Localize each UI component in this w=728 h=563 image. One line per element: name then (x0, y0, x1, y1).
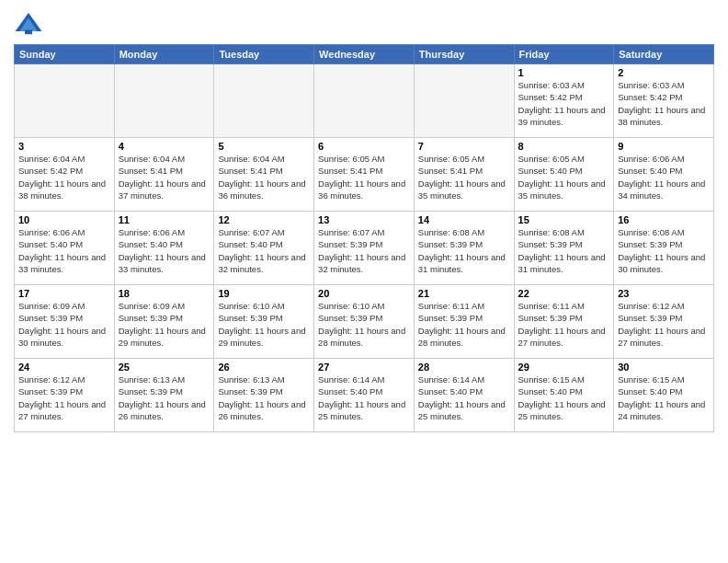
day-info: Sunrise: 6:13 AMSunset: 5:39 PMDaylight:… (218, 373, 310, 422)
day-cell: 6Sunrise: 6:05 AMSunset: 5:41 PMDaylight… (314, 138, 415, 212)
day-info: Sunrise: 6:05 AMSunset: 5:40 PMDaylight:… (518, 153, 610, 201)
day-info: Sunrise: 6:11 AMSunset: 5:39 PMDaylight:… (418, 300, 510, 349)
day-number: 30 (618, 362, 710, 373)
day-number: 29 (518, 362, 610, 373)
day-info: Sunrise: 6:08 AMSunset: 5:39 PMDaylight:… (518, 226, 610, 275)
day-info: Sunrise: 6:04 AMSunset: 5:41 PMDaylight:… (119, 153, 210, 201)
day-info: Sunrise: 6:03 AMSunset: 5:42 PMDaylight:… (518, 79, 610, 128)
day-info: Sunrise: 6:14 AMSunset: 5:40 PMDaylight:… (318, 373, 410, 422)
day-info: Sunrise: 6:11 AMSunset: 5:39 PMDaylight:… (518, 300, 610, 349)
day-number: 7 (418, 141, 510, 152)
day-number: 12 (218, 214, 310, 225)
day-info: Sunrise: 6:07 AMSunset: 5:40 PMDaylight:… (218, 226, 310, 275)
day-number: 3 (18, 141, 110, 152)
week-row-2: 10Sunrise: 6:06 AMSunset: 5:40 PMDayligh… (15, 212, 714, 285)
day-info: Sunrise: 6:12 AMSunset: 5:39 PMDaylight:… (18, 373, 110, 422)
day-cell: 22Sunrise: 6:11 AMSunset: 5:39 PMDayligh… (514, 285, 614, 359)
day-info: Sunrise: 6:09 AMSunset: 5:39 PMDaylight:… (119, 300, 210, 349)
day-cell: 15Sunrise: 6:08 AMSunset: 5:39 PMDayligh… (514, 212, 614, 285)
day-info: Sunrise: 6:05 AMSunset: 5:41 PMDaylight:… (318, 153, 410, 201)
day-cell (15, 64, 115, 138)
day-number: 21 (418, 288, 510, 299)
day-cell: 7Sunrise: 6:05 AMSunset: 5:41 PMDaylight… (414, 138, 514, 212)
week-row-4: 24Sunrise: 6:12 AMSunset: 5:39 PMDayligh… (15, 359, 714, 432)
day-number: 9 (618, 141, 710, 152)
day-header-sunday: Sunday (15, 45, 115, 64)
day-number: 20 (318, 288, 410, 299)
day-info: Sunrise: 6:06 AMSunset: 5:40 PMDaylight:… (18, 226, 110, 275)
day-info: Sunrise: 6:12 AMSunset: 5:39 PMDaylight:… (618, 300, 710, 349)
day-cell: 4Sunrise: 6:04 AMSunset: 5:41 PMDaylight… (114, 138, 214, 212)
day-cell: 26Sunrise: 6:13 AMSunset: 5:39 PMDayligh… (214, 359, 314, 432)
day-info: Sunrise: 6:08 AMSunset: 5:39 PMDaylight:… (618, 226, 710, 275)
day-number: 8 (518, 141, 610, 152)
day-cell: 14Sunrise: 6:08 AMSunset: 5:39 PMDayligh… (414, 212, 514, 285)
day-number: 1 (518, 67, 610, 78)
header (14, 9, 714, 39)
day-header-friday: Friday (514, 45, 614, 64)
day-cell (114, 64, 214, 138)
day-header-tuesday: Tuesday (214, 45, 314, 64)
day-cell: 20Sunrise: 6:10 AMSunset: 5:39 PMDayligh… (314, 285, 415, 359)
calendar: SundayMondayTuesdayWednesdayThursdayFrid… (14, 44, 714, 432)
day-number: 24 (18, 362, 110, 373)
day-info: Sunrise: 6:09 AMSunset: 5:39 PMDaylight:… (18, 300, 110, 349)
day-cell (414, 64, 514, 138)
day-number: 10 (18, 214, 110, 225)
day-cell: 30Sunrise: 6:15 AMSunset: 5:40 PMDayligh… (614, 359, 714, 432)
day-info: Sunrise: 6:10 AMSunset: 5:39 PMDaylight:… (218, 300, 310, 349)
calendar-header: SundayMondayTuesdayWednesdayThursdayFrid… (15, 45, 714, 64)
day-cell: 28Sunrise: 6:14 AMSunset: 5:40 PMDayligh… (414, 359, 514, 432)
day-cell: 13Sunrise: 6:07 AMSunset: 5:39 PMDayligh… (314, 212, 415, 285)
day-number: 14 (418, 214, 510, 225)
calendar-body: 1Sunrise: 6:03 AMSunset: 5:42 PMDaylight… (15, 64, 714, 432)
day-header-monday: Monday (114, 45, 214, 64)
day-header-wednesday: Wednesday (314, 45, 415, 64)
svg-rect-2 (25, 29, 32, 34)
day-cell: 23Sunrise: 6:12 AMSunset: 5:39 PMDayligh… (614, 285, 714, 359)
day-info: Sunrise: 6:03 AMSunset: 5:42 PMDaylight:… (618, 79, 710, 128)
week-row-3: 17Sunrise: 6:09 AMSunset: 5:39 PMDayligh… (15, 285, 714, 359)
page: SundayMondayTuesdayWednesdayThursdayFrid… (0, 0, 728, 563)
day-number: 13 (318, 214, 410, 225)
day-header-thursday: Thursday (414, 45, 514, 64)
day-cell: 24Sunrise: 6:12 AMSunset: 5:39 PMDayligh… (15, 359, 115, 432)
day-cell: 16Sunrise: 6:08 AMSunset: 5:39 PMDayligh… (614, 212, 714, 285)
day-info: Sunrise: 6:07 AMSunset: 5:39 PMDaylight:… (318, 226, 410, 275)
day-info: Sunrise: 6:15 AMSunset: 5:40 PMDaylight:… (518, 373, 610, 422)
day-number: 25 (119, 362, 210, 373)
day-number: 26 (218, 362, 310, 373)
day-number: 22 (518, 288, 610, 299)
day-cell: 9Sunrise: 6:06 AMSunset: 5:40 PMDaylight… (614, 138, 714, 212)
day-info: Sunrise: 6:14 AMSunset: 5:40 PMDaylight:… (418, 373, 510, 422)
day-header-saturday: Saturday (614, 45, 714, 64)
day-info: Sunrise: 6:06 AMSunset: 5:40 PMDaylight:… (119, 226, 210, 275)
day-info: Sunrise: 6:04 AMSunset: 5:42 PMDaylight:… (18, 153, 110, 201)
day-number: 18 (119, 288, 210, 299)
logo-icon (14, 9, 43, 39)
day-cell: 1Sunrise: 6:03 AMSunset: 5:42 PMDaylight… (514, 64, 614, 138)
day-info: Sunrise: 6:13 AMSunset: 5:39 PMDaylight:… (119, 373, 210, 422)
day-number: 2 (618, 67, 710, 78)
logo (14, 9, 47, 39)
day-number: 23 (618, 288, 710, 299)
day-cell: 3Sunrise: 6:04 AMSunset: 5:42 PMDaylight… (15, 138, 115, 212)
day-cell: 18Sunrise: 6:09 AMSunset: 5:39 PMDayligh… (114, 285, 214, 359)
day-number: 27 (318, 362, 410, 373)
day-number: 5 (218, 141, 310, 152)
day-cell: 12Sunrise: 6:07 AMSunset: 5:40 PMDayligh… (214, 212, 314, 285)
day-info: Sunrise: 6:06 AMSunset: 5:40 PMDaylight:… (618, 153, 710, 201)
week-row-0: 1Sunrise: 6:03 AMSunset: 5:42 PMDaylight… (15, 64, 714, 138)
day-number: 28 (418, 362, 510, 373)
day-cell: 8Sunrise: 6:05 AMSunset: 5:40 PMDaylight… (514, 138, 614, 212)
day-cell: 19Sunrise: 6:10 AMSunset: 5:39 PMDayligh… (214, 285, 314, 359)
day-number: 6 (318, 141, 410, 152)
day-number: 15 (518, 214, 610, 225)
day-cell: 21Sunrise: 6:11 AMSunset: 5:39 PMDayligh… (414, 285, 514, 359)
day-cell: 5Sunrise: 6:04 AMSunset: 5:41 PMDaylight… (214, 138, 314, 212)
day-info: Sunrise: 6:10 AMSunset: 5:39 PMDaylight:… (318, 300, 410, 349)
header-row: SundayMondayTuesdayWednesdayThursdayFrid… (15, 45, 714, 64)
day-number: 4 (119, 141, 210, 152)
day-cell: 17Sunrise: 6:09 AMSunset: 5:39 PMDayligh… (15, 285, 115, 359)
day-cell: 25Sunrise: 6:13 AMSunset: 5:39 PMDayligh… (114, 359, 214, 432)
